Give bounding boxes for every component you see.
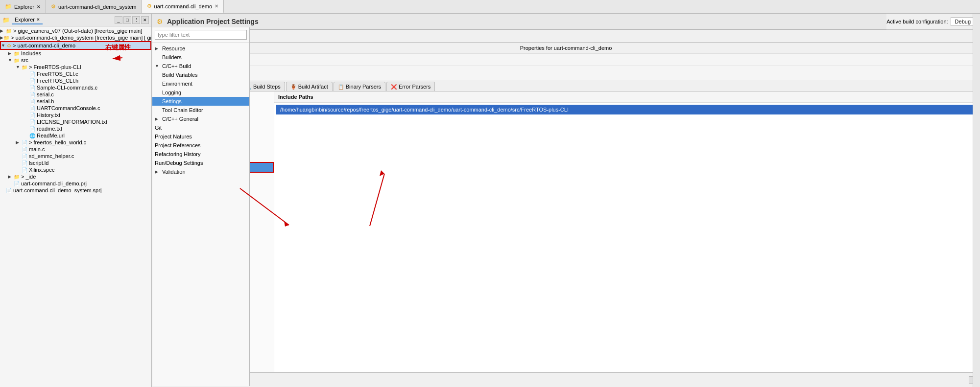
- tree-item-serial-h[interactable]: ▶ 📄 serial.h: [0, 98, 151, 105]
- props-subtitle: Properties for uart-command-cli_demo: [520, 45, 612, 51]
- explorer-panel: 📁 Explorer ✕ _ □ ⋮ ✕ ▶ 📁 > gige_c: [0, 14, 152, 387]
- tab-bar: 📁 Explorer ✕ ⚙ uart-command-cli_demo_sys…: [0, 0, 980, 14]
- filter-panel: ▶ Resource ▶ Builders ▼ C/C++ Build Buil…: [152, 27, 250, 386]
- settings-item-project-refs[interactable]: Project References: [152, 141, 249, 150]
- tree-item-uart-console[interactable]: ▶ 📄 UARTCommandConsole.c: [0, 105, 151, 112]
- tree-item-readme-url[interactable]: ▶ 🌐 ReadMe.url: [0, 132, 151, 139]
- bottom-bar: ?: [152, 372, 980, 387]
- config-label: Active build configuration:: [886, 19, 948, 24]
- tree-item-prj[interactable]: ▶ 📄 uart-command-cli_demo.prj: [0, 180, 151, 187]
- config-row: Configuration: Debug [ Active ]: [152, 66, 980, 80]
- tree-item-main[interactable]: ▶ 📄 main.c: [0, 146, 151, 153]
- system-tab-icon: ⚙: [51, 3, 56, 10]
- tree-item-license[interactable]: ▶ 📄 LICENSE_INFORMATION.txt: [0, 118, 151, 125]
- settings-item-logging[interactable]: Logging: [152, 88, 249, 97]
- filter-input[interactable]: [155, 30, 247, 40]
- tab-system[interactable]: ⚙ uart-command-cli_demo_system: [46, 0, 142, 13]
- minimize-btn[interactable]: _: [115, 16, 122, 24]
- props-header: ⚙ Application Project Settings: [152, 14, 886, 29]
- tree-item-xilinx[interactable]: ▶ 📄 Xilinx.spec: [0, 166, 151, 173]
- menu-btn[interactable]: ⋮: [132, 16, 140, 24]
- settings-item-refactoring[interactable]: Refactoring History: [152, 150, 249, 159]
- include-paths-header: Include Paths: [274, 91, 980, 103]
- settings-item-cpp-general[interactable]: ▶ C/C++ General: [152, 114, 249, 123]
- system-tab-label: uart-command-cli_demo_system: [58, 4, 137, 10]
- settings-item-environment[interactable]: Environment: [152, 79, 249, 88]
- tree-item-system[interactable]: ▶ 📁 > uart-command-cli_demo_system [free…: [0, 34, 151, 41]
- explorer-controls: _ □ ⋮ ✕: [115, 16, 149, 24]
- settings-item-build-vars[interactable]: Build Variables: [152, 70, 249, 79]
- tree-item-sprj[interactable]: ▶ 📄 uart-command-cli_demo_system.sprj: [0, 187, 151, 194]
- tree-item-demo[interactable]: ▼ ⚙ > uart-command-cli_demo: [0, 41, 151, 50]
- props-header-row: ⚙ Application Project Settings Active bu…: [152, 14, 980, 30]
- settings-label: Settings: [152, 54, 980, 66]
- settings-item-git[interactable]: Git: [152, 123, 249, 132]
- settings-item-run-debug[interactable]: Run/Debug Settings: [152, 159, 249, 167]
- tree-item-cli-c[interactable]: ▶ 📄 FreeRTOS_CLI.c: [0, 70, 151, 77]
- tree-item-src[interactable]: ▼ 📁 src: [0, 57, 151, 64]
- tree-item-includes[interactable]: ▶ 📁 Includes: [0, 50, 151, 57]
- error-parsers-icon: ❌: [391, 84, 397, 90]
- props-tabs: General Options: [152, 30, 980, 43]
- build-tab-error-parsers[interactable]: ❌ Error Parsers: [386, 82, 435, 91]
- settings-tree: ▶ Resource ▶ Builders ▼ C/C++ Build Buil…: [152, 43, 249, 386]
- artifact-icon: 🏺: [290, 84, 296, 90]
- tree-item-gige[interactable]: ▶ 📁 > gige_camera_v07 (Out-of-date) [fre…: [0, 27, 151, 34]
- explorer-icon: 📁: [2, 17, 10, 23]
- settings-item-cpp-build[interactable]: ▼ C/C++ Build: [152, 62, 249, 70]
- close-btn[interactable]: ✕: [141, 16, 149, 24]
- demo-tab-icon: ⚙: [147, 3, 152, 9]
- right-panel: ⚙ Application Project Settings Active bu…: [152, 14, 980, 387]
- tree-item-readme[interactable]: ▶ 📄 readme.txt: [0, 125, 151, 132]
- explorer-header: 📁 Explorer ✕ _ □ ⋮ ✕: [0, 14, 151, 26]
- demo-tab-close[interactable]: ✕: [215, 3, 218, 9]
- scrollbar[interactable]: [973, 91, 980, 372]
- tree-item-ide[interactable]: ▶ 📁 > _ide: [0, 173, 151, 180]
- build-tab-artifact[interactable]: 🏺 Build Artifact: [286, 82, 333, 91]
- settings-item-toolchain-editor[interactable]: Tool Chain Editor: [152, 106, 249, 114]
- tree-item-cli-h[interactable]: ▶ 📄 FreeRTOS_CLI.h: [0, 77, 151, 84]
- gear-icon: ⚙: [157, 18, 163, 25]
- tree-item-freertos-cli[interactable]: ▼ 📁 > FreeRTOS-plus-CLI: [0, 64, 151, 70]
- tree-item-history[interactable]: ▶ 📄 History.txt: [0, 112, 151, 118]
- settings-item-resource[interactable]: ▶ Resource: [152, 44, 249, 53]
- explorer-tab-icon2: ✕: [37, 4, 41, 9]
- active-build-config: Active build configuration: Debug: [886, 17, 980, 26]
- explorer-tab-text[interactable]: Explorer ✕: [12, 16, 43, 24]
- tool-settings-layout: ⚙ ▼ ARM v7 gcc assembler ⚙ General ⚙: [152, 91, 980, 372]
- tree-item-lscript[interactable]: ▶ 📄 lscript.ld: [0, 159, 151, 166]
- tree-item-sd-emmc[interactable]: ▶ 📄 sd_emmc_helper.c: [0, 153, 151, 159]
- explorer-tree: ▶ 📁 > gige_camera_v07 (Out-of-date) [fre…: [0, 26, 151, 387]
- props-title: Application Project Settings: [167, 18, 259, 25]
- binary-parsers-icon: 📋: [338, 84, 344, 90]
- tree-item-hello-world[interactable]: ▶ 📄 > freertos_hello_world.c: [0, 139, 151, 146]
- explorer-tab-icon: 📁: [5, 3, 12, 10]
- tree-item-serial-c[interactable]: ▶ 📄 serial.c: [0, 91, 151, 98]
- demo-tab-label: uart-command-cli_demo: [154, 3, 213, 9]
- build-tab-binary-parsers[interactable]: 📋 Binary Parsers: [334, 82, 385, 91]
- explorer-tab-label: Explorer: [14, 4, 34, 10]
- props-for-label: Properties for uart-command-cli_demo: [152, 43, 980, 54]
- tab-demo[interactable]: ⚙ uart-command-cli_demo ✕: [142, 0, 224, 13]
- settings-item-builders[interactable]: ▶ Builders: [152, 53, 249, 62]
- config-value[interactable]: Debug: [951, 17, 975, 26]
- build-tabs: ⚙ Tool Settings 💻 Devices 🔧 Build Steps: [152, 80, 980, 91]
- include-paths-panel: Include Paths /home/huangbinbin/source/r…: [274, 91, 980, 372]
- settings-item-validation[interactable]: ▶ Validation: [152, 167, 249, 176]
- include-path-item[interactable]: /home/huangbinbin/source/repos/freertos_…: [276, 105, 978, 114]
- tab-explorer[interactable]: 📁 Explorer ✕: [0, 0, 46, 13]
- close-icon[interactable]: ✕: [36, 17, 40, 22]
- tree-item-sample[interactable]: ▶ 📄 Sample-CLI-commands.c: [0, 84, 151, 91]
- settings-item-settings[interactable]: Settings: [152, 97, 249, 106]
- maximize-btn[interactable]: □: [123, 16, 131, 24]
- filter-input-wrap: [152, 27, 249, 43]
- settings-item-project-natures[interactable]: Project Natures: [152, 132, 249, 141]
